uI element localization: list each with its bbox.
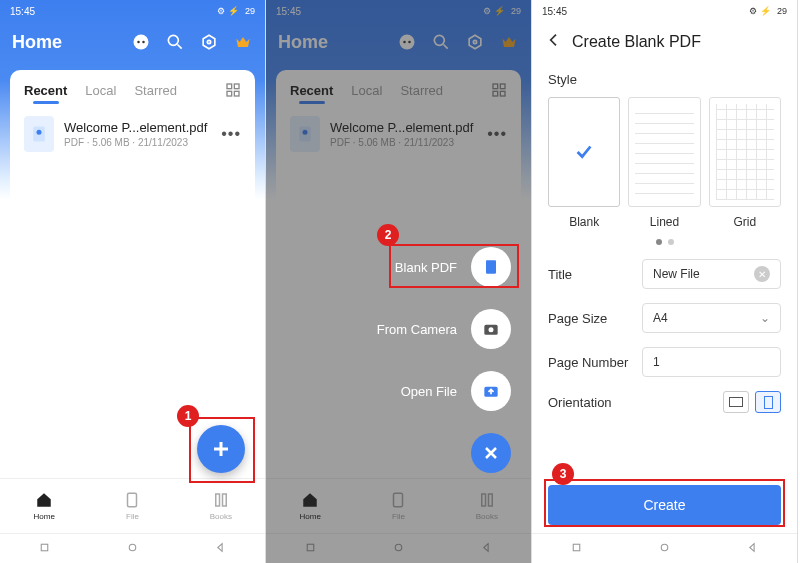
orientation-landscape[interactable]	[723, 391, 749, 413]
create-button[interactable]: Create	[548, 485, 781, 525]
svg-rect-6	[234, 84, 239, 89]
screen-create-pdf: 15:45 ⚙ ⚡ 29 Create Blank PDF Style Blan…	[532, 0, 798, 563]
badge-3: 3	[552, 463, 574, 485]
svg-rect-7	[227, 91, 232, 96]
badge-2: 2	[377, 224, 399, 246]
screen-home: 15:45 ⚙ ⚡ 29 Home Recent Local Starred W…	[0, 0, 266, 563]
svg-rect-5	[227, 84, 232, 89]
page-number-input[interactable]: 1	[642, 347, 781, 377]
svg-point-4	[207, 40, 210, 43]
tab-local[interactable]: Local	[85, 83, 116, 98]
crown-icon[interactable]	[233, 32, 253, 52]
orientation-portrait[interactable]	[755, 391, 781, 413]
style-pager	[548, 239, 781, 245]
svg-rect-11	[128, 493, 137, 507]
robot-icon[interactable]	[131, 32, 151, 52]
status-icons: ⚙ ⚡ 29	[217, 6, 255, 16]
style-lined[interactable]: Lined	[628, 97, 700, 229]
fab-add-button[interactable]	[197, 425, 245, 473]
action-menu: Blank PDF From Camera Open File	[377, 247, 511, 473]
svg-rect-12	[41, 544, 48, 551]
settings-icon[interactable]	[199, 32, 219, 52]
file-name: Welcome P...element.pdf	[64, 120, 211, 135]
svg-rect-32	[573, 544, 580, 551]
sys-recent-icon[interactable]	[38, 540, 51, 558]
page-title: Home	[12, 32, 62, 53]
file-item[interactable]: Welcome P...element.pdf PDF · 5.06 MB · …	[10, 106, 255, 162]
page-size-label: Page Size	[548, 311, 632, 326]
action-blank-pdf[interactable]: Blank PDF	[395, 247, 511, 287]
svg-point-10	[37, 130, 42, 135]
status-time: 15:45	[10, 6, 35, 17]
nav-file[interactable]: File	[88, 479, 176, 533]
clear-icon[interactable]: ✕	[754, 266, 770, 282]
fab-close-button[interactable]	[471, 433, 511, 473]
sys-back-icon[interactable]	[746, 540, 759, 558]
style-blank[interactable]: Blank	[548, 97, 620, 229]
page-size-select[interactable]: A4 ⌄	[642, 303, 781, 333]
file-tabs: Recent Local Starred	[10, 70, 255, 106]
orientation-label: Orientation	[548, 395, 632, 410]
back-icon[interactable]	[546, 32, 562, 52]
badge-1: 1	[177, 405, 199, 427]
chevron-down-icon: ⌄	[760, 311, 770, 325]
nav-home[interactable]: Home	[0, 479, 88, 533]
grid-view-icon[interactable]	[225, 82, 241, 98]
svg-point-1	[137, 41, 140, 44]
page-number-label: Page Number	[548, 355, 632, 370]
style-grid[interactable]: Grid	[709, 97, 781, 229]
svg-point-13	[129, 544, 136, 551]
nav-books[interactable]: Books	[177, 479, 265, 533]
action-open-file[interactable]: Open File	[401, 371, 511, 411]
svg-rect-8	[234, 91, 239, 96]
tab-starred[interactable]: Starred	[134, 83, 177, 98]
title-label: Title	[548, 267, 632, 282]
sys-home-icon[interactable]	[658, 540, 671, 558]
file-thumb-icon	[24, 116, 54, 152]
search-icon[interactable]	[165, 32, 185, 52]
svg-point-33	[661, 544, 668, 551]
action-from-camera[interactable]: From Camera	[377, 309, 511, 349]
system-nav	[0, 533, 265, 563]
sys-back-icon[interactable]	[214, 540, 227, 558]
content-card: Recent Local Starred Welcome P...element…	[10, 70, 255, 478]
svg-point-2	[142, 41, 145, 44]
tab-recent[interactable]: Recent	[24, 83, 67, 98]
screen-actions: 15:45 ⚙ ⚡ 29 Home Recent Local Starred W…	[266, 0, 532, 563]
style-label: Style	[548, 72, 781, 87]
file-meta: PDF · 5.06 MB · 21/11/2023	[64, 137, 211, 148]
svg-point-27	[489, 327, 494, 332]
bottom-nav: Home File Books	[0, 478, 265, 533]
style-options: Blank Lined Grid	[548, 97, 781, 229]
sys-recent-icon[interactable]	[570, 540, 583, 558]
svg-rect-25	[486, 260, 496, 273]
screen-title: Create Blank PDF	[572, 33, 701, 51]
svg-point-3	[168, 35, 178, 45]
create-header: Create Blank PDF	[532, 22, 797, 62]
more-icon[interactable]: •••	[221, 125, 241, 143]
svg-point-0	[134, 35, 149, 50]
status-bar: 15:45 ⚙ ⚡ 29	[0, 0, 265, 22]
app-header: Home	[0, 22, 265, 62]
title-input[interactable]: New File ✕	[642, 259, 781, 289]
status-bar: 15:45 ⚙ ⚡ 29	[532, 0, 797, 22]
sys-home-icon[interactable]	[126, 540, 139, 558]
